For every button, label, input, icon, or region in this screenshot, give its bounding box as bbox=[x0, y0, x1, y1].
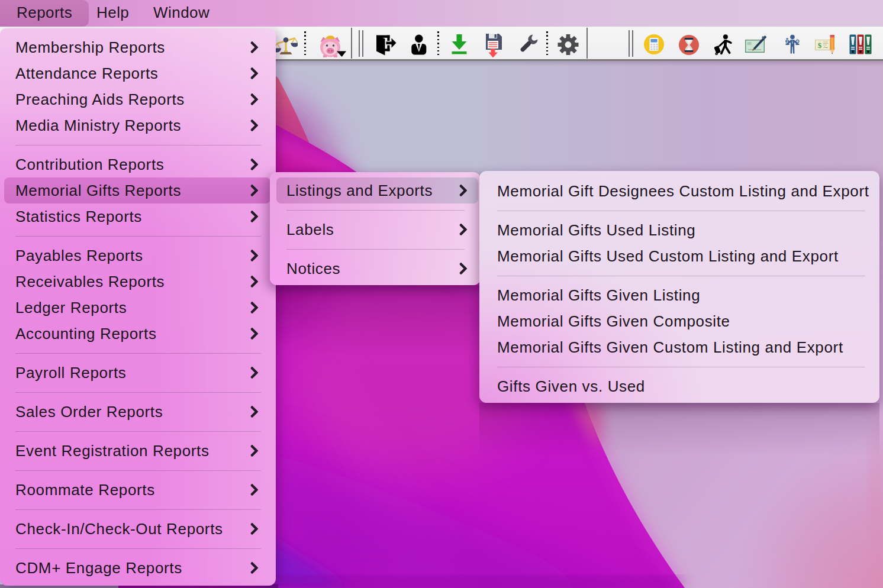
svg-text:$: $ bbox=[818, 41, 822, 50]
svg-text:$: $ bbox=[787, 40, 788, 43]
